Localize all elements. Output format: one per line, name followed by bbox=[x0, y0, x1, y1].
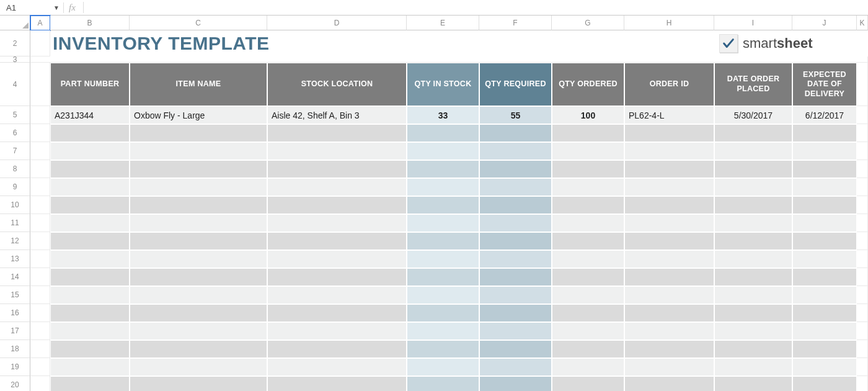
cell-G9[interactable] bbox=[552, 178, 624, 196]
col-header-E[interactable]: E bbox=[407, 16, 479, 30]
cell-D10[interactable] bbox=[267, 196, 407, 214]
cell-F10[interactable] bbox=[479, 196, 552, 214]
cell-A20[interactable] bbox=[30, 376, 50, 391]
cell-H15[interactable] bbox=[624, 286, 714, 304]
cell-B5[interactable]: A231J344 bbox=[50, 106, 130, 124]
cell-K17[interactable] bbox=[857, 322, 868, 340]
cell-D12[interactable] bbox=[267, 232, 407, 250]
cell-H14[interactable] bbox=[624, 268, 714, 286]
cell-I20[interactable] bbox=[714, 376, 792, 391]
col-header-G[interactable]: G bbox=[552, 16, 624, 30]
cell-J14[interactable] bbox=[792, 268, 857, 286]
name-box[interactable]: A1 ▼ bbox=[2, 1, 63, 14]
cell-H8[interactable] bbox=[624, 160, 714, 178]
cell-C17[interactable] bbox=[130, 322, 267, 340]
col-header-A[interactable]: A bbox=[30, 16, 50, 30]
cell-E8[interactable] bbox=[407, 160, 479, 178]
cell-F16[interactable] bbox=[479, 304, 552, 322]
cell-H11[interactable] bbox=[624, 214, 714, 232]
cell-A17[interactable] bbox=[30, 322, 50, 340]
cell-A5[interactable] bbox=[30, 106, 50, 124]
cell-D8[interactable] bbox=[267, 160, 407, 178]
col-header-K[interactable]: K bbox=[857, 16, 868, 30]
cell-B13[interactable] bbox=[50, 250, 130, 268]
cell-J8[interactable] bbox=[792, 160, 857, 178]
cell-G14[interactable] bbox=[552, 268, 624, 286]
cell-A16[interactable] bbox=[30, 304, 50, 322]
cell-F18[interactable] bbox=[479, 340, 552, 358]
cell-J20[interactable] bbox=[792, 376, 857, 391]
cell-J9[interactable] bbox=[792, 178, 857, 196]
cell-C11[interactable] bbox=[130, 214, 267, 232]
cell-C13[interactable] bbox=[130, 250, 267, 268]
cell-A6[interactable] bbox=[30, 124, 50, 142]
cell-B9[interactable] bbox=[50, 178, 130, 196]
cell-G5[interactable]: 100 bbox=[552, 106, 624, 124]
cell-K14[interactable] bbox=[857, 268, 868, 286]
row-header-3[interactable]: 3 bbox=[0, 56, 30, 63]
cell-J5[interactable]: 6/12/2017 bbox=[792, 106, 857, 124]
cell-E9[interactable] bbox=[407, 178, 479, 196]
cell-H12[interactable] bbox=[624, 232, 714, 250]
cell-C9[interactable] bbox=[130, 178, 267, 196]
row-header-4[interactable]: 4 bbox=[0, 63, 30, 106]
cell-I16[interactable] bbox=[714, 304, 792, 322]
cell-G10[interactable] bbox=[552, 196, 624, 214]
th-date-order-placed[interactable]: DATE ORDER PLACED bbox=[714, 63, 792, 106]
cell-J11[interactable] bbox=[792, 214, 857, 232]
cell-B7[interactable] bbox=[50, 142, 130, 160]
cell-E19[interactable] bbox=[407, 358, 479, 376]
cell-I7[interactable] bbox=[714, 142, 792, 160]
cell-E18[interactable] bbox=[407, 340, 479, 358]
cell-C19[interactable] bbox=[130, 358, 267, 376]
cell-I17[interactable] bbox=[714, 322, 792, 340]
cell-C20[interactable] bbox=[130, 376, 267, 391]
cell-E17[interactable] bbox=[407, 322, 479, 340]
cell-A4[interactable] bbox=[30, 63, 50, 106]
cell-D19[interactable] bbox=[267, 358, 407, 376]
col-header-I[interactable]: I bbox=[714, 16, 792, 30]
th-part-number[interactable]: PART NUMBER bbox=[50, 63, 130, 106]
cell-I18[interactable] bbox=[714, 340, 792, 358]
spacer-row-3[interactable] bbox=[30, 56, 868, 63]
cell-E12[interactable] bbox=[407, 232, 479, 250]
cell-A12[interactable] bbox=[30, 232, 50, 250]
cell-G6[interactable] bbox=[552, 124, 624, 142]
cell-I13[interactable] bbox=[714, 250, 792, 268]
cell-B12[interactable] bbox=[50, 232, 130, 250]
cell-A11[interactable] bbox=[30, 214, 50, 232]
cell-F6[interactable] bbox=[479, 124, 552, 142]
cell-B18[interactable] bbox=[50, 340, 130, 358]
cell-I9[interactable] bbox=[714, 178, 792, 196]
cell-C5[interactable]: Oxbow Fly - Large bbox=[130, 106, 267, 124]
cell-D7[interactable] bbox=[267, 142, 407, 160]
cell-H16[interactable] bbox=[624, 304, 714, 322]
cell-E14[interactable] bbox=[407, 268, 479, 286]
cell-J7[interactable] bbox=[792, 142, 857, 160]
cell-K7[interactable] bbox=[857, 142, 868, 160]
cell-C16[interactable] bbox=[130, 304, 267, 322]
col-header-D[interactable]: D bbox=[267, 16, 407, 30]
cell-B15[interactable] bbox=[50, 286, 130, 304]
col-header-J[interactable]: J bbox=[792, 16, 857, 30]
select-all-corner[interactable] bbox=[0, 16, 30, 30]
cell-J16[interactable] bbox=[792, 304, 857, 322]
cell-B20[interactable] bbox=[50, 376, 130, 391]
cell-K12[interactable] bbox=[857, 232, 868, 250]
cell-G19[interactable] bbox=[552, 358, 624, 376]
row-header-14[interactable]: 14 bbox=[0, 268, 30, 286]
cell-K16[interactable] bbox=[857, 304, 868, 322]
cell-C12[interactable] bbox=[130, 232, 267, 250]
cell-E10[interactable] bbox=[407, 196, 479, 214]
cell-J19[interactable] bbox=[792, 358, 857, 376]
cell-A7[interactable] bbox=[30, 142, 50, 160]
col-header-F[interactable]: F bbox=[479, 16, 552, 30]
cell-J6[interactable] bbox=[792, 124, 857, 142]
row-header-6[interactable]: 6 bbox=[0, 124, 30, 142]
cell-J10[interactable] bbox=[792, 196, 857, 214]
cell-C10[interactable] bbox=[130, 196, 267, 214]
cell-I12[interactable] bbox=[714, 232, 792, 250]
cell-F7[interactable] bbox=[479, 142, 552, 160]
row-header-10[interactable]: 10 bbox=[0, 196, 30, 214]
cell-I10[interactable] bbox=[714, 196, 792, 214]
